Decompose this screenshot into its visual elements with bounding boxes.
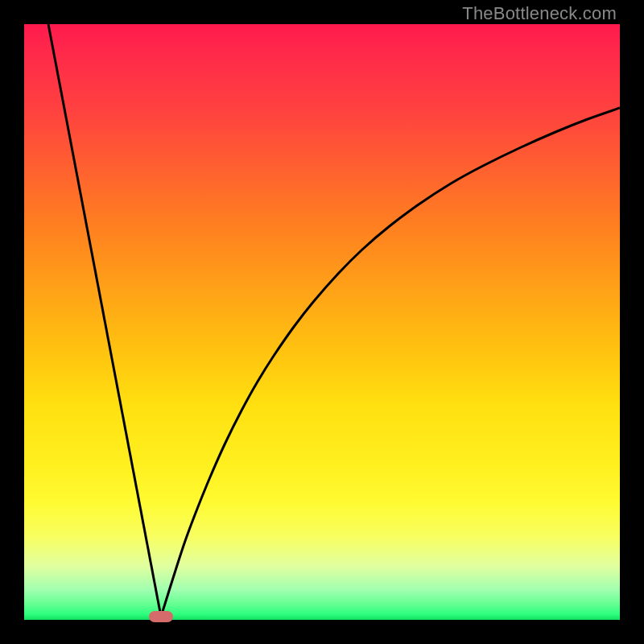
curve-left-branch [48,24,161,617]
chart-curves [24,24,620,620]
watermark-text: TheBottleneck.com [462,3,617,24]
bottleneck-marker [149,611,173,622]
curve-right-branch [161,108,620,617]
plot-area [24,24,620,620]
chart-frame: TheBottleneck.com [0,0,644,644]
